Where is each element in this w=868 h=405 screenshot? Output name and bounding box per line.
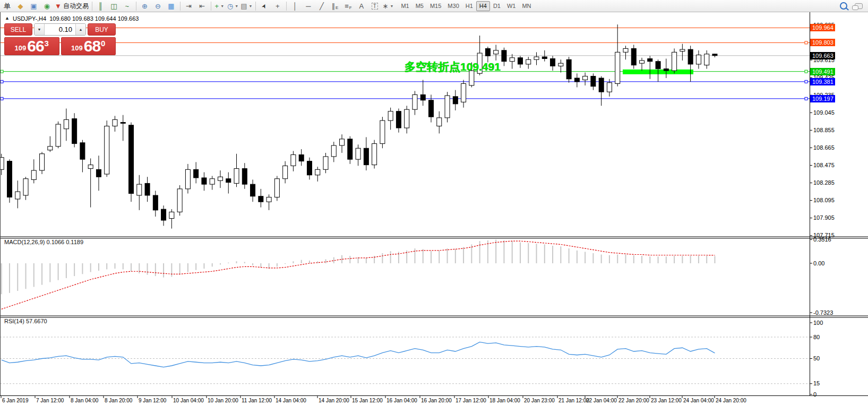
time-tick: 10 Jan 20:00 [208, 398, 238, 403]
profiles-icon[interactable]: ▣ [27, 1, 40, 11]
new-order-button[interactable]: 单 [1, 1, 14, 11]
price-tick: 107.905 [813, 214, 835, 221]
line-chart-icon: ~ [125, 1, 130, 11]
sell-price-integer: 109 [15, 44, 27, 52]
timeframe-m30[interactable]: M30 [444, 1, 462, 11]
channel-icon: ∥ [331, 1, 335, 11]
toolbar-separator [255, 2, 256, 11]
toolbar: 单◆▣◉▼自动交易║◫~⊕⊖▦⇥⇤+▼◷▼▤▼➤+│─╱∥E≡FAT∗▼ M1M… [0, 0, 868, 12]
profiles-icon-icon: ▣ [30, 1, 37, 11]
text-button[interactable]: A [355, 1, 368, 11]
timeframe-mn[interactable]: MN [519, 1, 534, 11]
rsi-scale-tick: 15 [813, 380, 820, 386]
ohlc-readout: 109.680 109.683 109.644 109.663 [49, 15, 139, 22]
bar-chart-icon: ║ [98, 1, 103, 11]
time-tick: 23 Jan 12:00 [651, 398, 682, 403]
volume-value[interactable]: 0.10 [45, 24, 75, 35]
new-chart-icon-icon: ◆ [18, 1, 23, 11]
buy-price-pips: 68 [84, 38, 100, 54]
timeframe-m5[interactable]: M5 [412, 1, 427, 11]
trade-panel-toggle[interactable]: ▲ [5, 15, 10, 21]
indicators-icon: + [215, 1, 219, 11]
line-chart-button[interactable]: ~ [121, 1, 134, 11]
turning-point-annotation[interactable]: 多空转折点109.491 [405, 59, 501, 74]
channel-button[interactable]: ∥E [328, 1, 341, 11]
zoom-out-button[interactable]: ⊖ [151, 1, 165, 11]
vertical-line-button[interactable]: │ [288, 1, 302, 11]
signals-icon[interactable]: ◉ [40, 1, 54, 11]
timeframe-m1[interactable]: M1 [398, 1, 412, 11]
price-tick: 108.285 [813, 179, 835, 186]
autotrading-icon: ▼ [55, 1, 62, 11]
price-line-tag[interactable]: 109.381 [810, 78, 835, 85]
chevron-down-icon[interactable]: ▼ [248, 4, 252, 8]
time-tick: 22 Jan 20:00 [618, 398, 649, 403]
label-button[interactable]: T [368, 1, 381, 11]
time-tick: 14 Jan 20:00 [319, 398, 349, 403]
chevron-down-icon[interactable]: ▼ [390, 4, 393, 8]
price-line-tag[interactable]: 109.197 [810, 95, 835, 102]
rsi-scale-tick: 0 [813, 391, 817, 398]
horizontal-line-button[interactable]: ─ [302, 1, 315, 11]
rsi-scale-tick: 50 [813, 355, 820, 361]
time-tick: 9 Jan 12:00 [139, 398, 166, 403]
trendline-button[interactable]: ╱ [315, 1, 328, 11]
cursor-button[interactable]: ➤ [257, 1, 271, 11]
horizontal-line-icon: ─ [306, 1, 311, 11]
macd-scale-tick: 0.3516 [813, 236, 831, 243]
autotrading-button[interactable]: ▼自动交易 [54, 1, 90, 11]
timeframe-h1[interactable]: H1 [462, 1, 476, 11]
price-line-tag[interactable]: 109.803 [810, 39, 835, 46]
sell-price-box[interactable]: 109 66 3 [4, 37, 59, 55]
indicators-button[interactable]: +▼ [213, 1, 226, 11]
mt4-window: 单◆▣◉▼自动交易║◫~⊕⊖▦⇥⇤+▼◷▼▤▼➤+│─╱∥E≡FAT∗▼ M1M… [0, 0, 868, 405]
time-tick: 17 Jan 12:00 [456, 398, 486, 403]
buy-button[interactable]: BUY [88, 23, 116, 36]
price-line-tag[interactable]: 109.491 [810, 68, 835, 75]
price-line-tag[interactable]: 109.964 [810, 24, 835, 31]
auto-scroll-button[interactable]: ⇤ [195, 1, 209, 11]
zoom-in-button[interactable]: ⊕ [138, 1, 151, 11]
time-tick: 6 Jan 2019 [2, 398, 29, 403]
price-line-tag[interactable]: 109.663 [810, 52, 835, 59]
chevron-down-icon[interactable]: ▼ [235, 4, 238, 8]
search-icon[interactable] [840, 2, 847, 10]
signals-icon-icon: ◉ [44, 1, 50, 11]
timeframe-w1[interactable]: W1 [504, 1, 519, 11]
sell-price-point: 3 [45, 39, 49, 48]
chart-shift-button[interactable]: ⇥ [182, 1, 195, 11]
volume-decrease-button[interactable]: ▼ [35, 24, 45, 35]
rsi-label: RSI(14) 57.6670 [4, 318, 47, 324]
candlestick-chart-icon: ◫ [110, 1, 117, 11]
periods-button[interactable]: ◷▼ [226, 1, 239, 11]
new-chart-icon[interactable]: ◆ [14, 1, 27, 11]
rsi-scale-tick: 80 [813, 334, 820, 340]
fibonacci-button[interactable]: ≡F [341, 1, 355, 11]
sell-button[interactable]: SELL [4, 23, 32, 36]
timeframe-h4[interactable]: H4 [476, 1, 490, 11]
buy-price-integer: 109 [71, 44, 83, 52]
shapes-button[interactable]: ∗▼ [381, 1, 394, 11]
templates-button[interactable]: ▤▼ [239, 1, 253, 11]
rsi-scale-tick: 100 [813, 320, 823, 326]
toolbar-buttons: 单◆▣◉▼自动交易║◫~⊕⊖▦⇥⇤+▼◷▼▤▼➤+│─╱∥E≡FAT∗▼ [1, 1, 394, 11]
zoom-out-icon: ⊖ [155, 1, 161, 11]
chevron-down-icon[interactable]: ▼ [220, 4, 224, 8]
text-icon: A [359, 1, 364, 11]
macd-label: MACD(12,26,9) 0.1066 0.1189 [4, 239, 83, 245]
fibonacci-icon: ≡ [345, 1, 349, 11]
tile-windows-button[interactable]: ▦ [165, 1, 178, 11]
timeframe-m15[interactable]: M15 [427, 1, 444, 11]
chat-icon[interactable] [855, 3, 863, 9]
price-tick: 108.095 [813, 197, 835, 203]
buy-price-point: 0 [101, 39, 105, 48]
candlestick-chart-button[interactable]: ◫ [107, 1, 121, 11]
volume-increase-button[interactable]: ▲ [75, 24, 85, 35]
bar-chart-button[interactable]: ║ [94, 1, 107, 11]
crosshair-button[interactable]: + [271, 1, 284, 11]
time-tick: 16 Jan 20:00 [421, 398, 452, 403]
timeframe-d1[interactable]: D1 [490, 1, 504, 11]
time-tick: 18 Jan 04:00 [489, 398, 520, 403]
label-icon: T [372, 3, 378, 10]
buy-price-box[interactable]: 109 68 0 [61, 37, 116, 55]
